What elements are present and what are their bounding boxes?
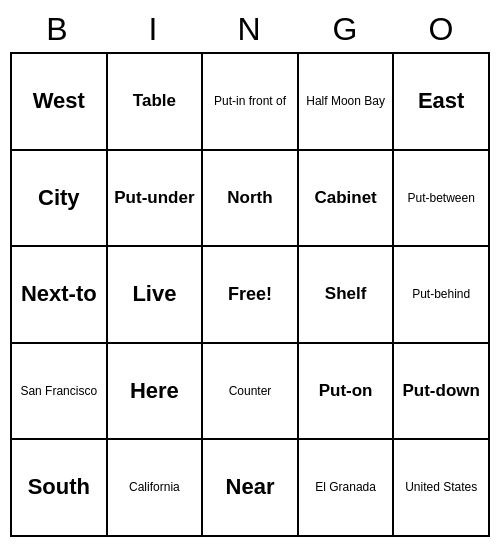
bingo-letter: N xyxy=(202,7,298,52)
bingo-cell: Counter xyxy=(203,344,299,441)
bingo-cell: Put-down xyxy=(394,344,490,441)
bingo-cell: Cabinet xyxy=(299,151,395,248)
bingo-cell: East xyxy=(394,54,490,151)
bingo-cell: Next-to xyxy=(12,247,108,344)
bingo-card: BINGO WestTablePut-in front ofHalf Moon … xyxy=(10,7,490,537)
bingo-cell: United States xyxy=(394,440,490,537)
bingo-cell: California xyxy=(108,440,204,537)
bingo-cell: Shelf xyxy=(299,247,395,344)
bingo-cell: West xyxy=(12,54,108,151)
bingo-letter: O xyxy=(394,7,490,52)
bingo-cell: South xyxy=(12,440,108,537)
bingo-cell: Table xyxy=(108,54,204,151)
bingo-cell: Live xyxy=(108,247,204,344)
bingo-letter: I xyxy=(106,7,202,52)
bingo-cell: Near xyxy=(203,440,299,537)
bingo-cell: San Francisco xyxy=(12,344,108,441)
bingo-cell: Free! xyxy=(203,247,299,344)
bingo-cell: El Granada xyxy=(299,440,395,537)
bingo-header: BINGO xyxy=(10,7,490,52)
bingo-cell: Here xyxy=(108,344,204,441)
bingo-letter: B xyxy=(10,7,106,52)
bingo-cell: City xyxy=(12,151,108,248)
bingo-cell: Put-on xyxy=(299,344,395,441)
bingo-letter: G xyxy=(298,7,394,52)
bingo-cell: Put-under xyxy=(108,151,204,248)
bingo-cell: North xyxy=(203,151,299,248)
bingo-grid: WestTablePut-in front ofHalf Moon BayEas… xyxy=(10,52,490,537)
bingo-cell: Put-behind xyxy=(394,247,490,344)
bingo-cell: Put-in front of xyxy=(203,54,299,151)
bingo-cell: Put-between xyxy=(394,151,490,248)
bingo-cell: Half Moon Bay xyxy=(299,54,395,151)
